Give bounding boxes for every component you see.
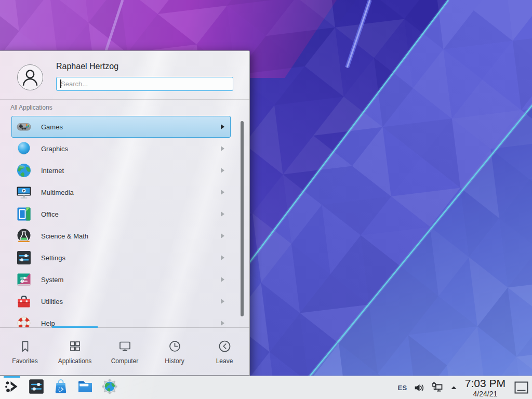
tab-label: Applications xyxy=(58,357,92,365)
taskbar-system-settings[interactable] xyxy=(28,379,45,396)
expand-tray-icon[interactable] xyxy=(449,383,458,392)
submenu-arrow-icon xyxy=(221,255,224,260)
category-label: Internet xyxy=(41,167,221,175)
category-item-games[interactable]: Games xyxy=(11,116,231,138)
taskbar-discover-software[interactable] xyxy=(52,379,70,396)
games-icon xyxy=(16,118,32,135)
category-item-graphics[interactable]: Graphics xyxy=(11,138,231,159)
tab-history[interactable]: History xyxy=(150,328,200,376)
applications-icon xyxy=(68,339,82,353)
favorites-icon xyxy=(18,339,32,353)
category-label: Games xyxy=(41,123,221,131)
show-desktop-icon xyxy=(514,381,528,394)
submenu-arrow-icon xyxy=(221,124,224,129)
search-field-wrap xyxy=(56,77,233,91)
graphics-icon xyxy=(16,140,32,157)
science-icon xyxy=(16,228,32,244)
text-caret xyxy=(60,79,61,88)
office-icon xyxy=(16,206,32,222)
category-item-utilities[interactable]: Utilities xyxy=(11,290,231,312)
system-tray: ES 7:03 PM 4/24/21 xyxy=(397,378,532,397)
tab-label: Leave xyxy=(216,357,233,365)
tab-label: Computer xyxy=(111,357,139,365)
digital-clock[interactable]: 7:03 PM 4/24/21 xyxy=(465,378,506,397)
category-label: Science & Math xyxy=(41,232,221,240)
category-list: Games Graphics Internet Multimedia Offic… xyxy=(11,116,231,327)
internet-icon xyxy=(16,162,32,179)
category-label: Utilities xyxy=(41,298,221,305)
help-icon xyxy=(16,315,32,327)
submenu-arrow-icon xyxy=(221,277,224,282)
user-avatar xyxy=(17,64,43,90)
tab-label: History xyxy=(165,357,184,365)
tab-applications[interactable]: Applications xyxy=(50,328,100,376)
settings-icon xyxy=(16,249,32,266)
network-icon[interactable] xyxy=(431,381,444,394)
category-label: Graphics xyxy=(41,145,221,153)
submenu-arrow-icon xyxy=(221,299,224,304)
active-tab-indicator xyxy=(52,326,98,328)
history-icon xyxy=(168,339,182,353)
category-label: Settings xyxy=(41,254,221,262)
category-item-system[interactable]: System xyxy=(11,269,231,290)
category-item-help[interactable]: Help xyxy=(11,312,231,327)
taskbar-file-manager[interactable] xyxy=(76,379,94,396)
computer-icon xyxy=(118,339,132,353)
clock-date: 4/24/21 xyxy=(465,390,506,397)
multimedia-icon xyxy=(16,184,32,201)
category-label: Multimedia xyxy=(41,189,221,196)
section-label: All Applications xyxy=(10,104,52,111)
launcher-tabbar: Favorites Applications Computer History … xyxy=(0,328,249,376)
category-item-multimedia[interactable]: Multimedia xyxy=(11,181,231,203)
kde-menu-icon xyxy=(3,378,21,397)
tab-favorites[interactable]: Favorites xyxy=(0,328,50,376)
taskbar-launchers xyxy=(0,376,118,399)
application-launcher-menu: Raphael Hertzog All Applications Games G… xyxy=(0,50,250,376)
submenu-arrow-icon xyxy=(221,190,224,195)
category-label: System xyxy=(41,276,221,284)
category-label: Office xyxy=(41,210,221,218)
keyboard-layout-indicator[interactable]: ES xyxy=(397,384,407,392)
desktop: Raphael Hertzog All Applications Games G… xyxy=(0,0,532,399)
taskbar-web-browser[interactable] xyxy=(101,379,118,396)
show-desktop-button[interactable] xyxy=(514,381,528,394)
systemsettings-icon xyxy=(28,378,45,397)
submenu-arrow-icon xyxy=(221,211,224,217)
search-input[interactable] xyxy=(56,77,233,91)
taskbar-application-menu[interactable] xyxy=(3,379,21,396)
tab-label: Favorites xyxy=(12,357,37,365)
person-icon xyxy=(18,65,43,90)
submenu-arrow-icon xyxy=(221,321,224,326)
scrollbar-thumb[interactable] xyxy=(241,121,244,316)
leave-icon xyxy=(218,339,232,353)
category-item-settings[interactable]: Settings xyxy=(11,247,231,269)
taskbar-panel: ES 7:03 PM 4/24/21 xyxy=(0,376,532,399)
submenu-arrow-icon xyxy=(221,168,224,173)
browser-icon xyxy=(101,378,118,397)
submenu-arrow-icon xyxy=(221,146,224,151)
user-name: Raphael Hertzog xyxy=(56,62,118,71)
folder-icon xyxy=(76,378,94,397)
tab-leave[interactable]: Leave xyxy=(200,328,249,376)
system-icon xyxy=(16,271,32,288)
header-separator xyxy=(0,99,249,100)
category-item-internet[interactable]: Internet xyxy=(11,159,231,181)
tab-computer[interactable]: Computer xyxy=(100,328,150,376)
utilities-icon xyxy=(16,293,32,310)
volume-icon[interactable] xyxy=(413,382,425,394)
clock-time: 7:03 PM xyxy=(465,378,506,389)
submenu-arrow-icon xyxy=(221,233,224,238)
category-item-office[interactable]: Office xyxy=(11,203,231,225)
discover-icon xyxy=(52,378,70,397)
category-item-science-math[interactable]: Science & Math xyxy=(11,225,231,247)
